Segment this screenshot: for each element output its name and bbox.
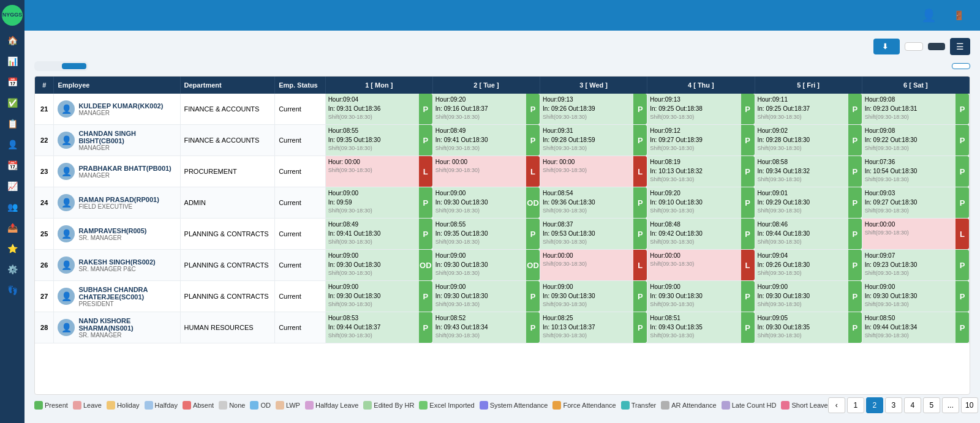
cell-day-6[interactable]: Hour:07:36 In: 10:54 Out:18:30 Shift(09:… [862,156,969,187]
cell-day-6[interactable]: Hour:09:07 In: 09:23 Out:18:30 Shift(09:… [862,250,969,281]
cell-employee[interactable]: 👤 KULDEEP KUMAR(KK002) MANAGER [54,94,180,125]
sidebar-icon-user[interactable]: 👤 [4,136,21,153]
cell-day-4[interactable]: Hour:08:51 In: 09:43 Out:18:35 Shift(09:… [647,312,755,343]
day-info: Hour:09:11 In: 09:25 Out:18:37 Shift(09:… [755,94,848,124]
col-day6: 6 [ Sat ] [862,77,969,94]
sidebar-icon-schedule[interactable]: 📆 [4,157,21,174]
cell-day-6[interactable]: Hour:09:00 In: 09:30 Out:18:30 Shift(09:… [862,281,969,312]
cell-day-5[interactable]: Hour:09:00 In: 09:30 Out:18:30 Shift(09:… [755,281,862,312]
day-hour: Hour:08:55 [328,126,417,135]
day-hour: Hour:08:50 [865,313,953,323]
tab-summary[interactable] [36,63,61,69]
sidebar-icon-team[interactable]: 👥 [4,198,21,215]
sidebar-icon-favorites[interactable]: ⭐ [4,240,21,257]
cell-day-5[interactable]: Hour:09:11 In: 09:25 Out:18:37 Shift(09:… [755,94,862,125]
cell-employee[interactable]: 👤 RAKESH SINGH(RS002) SR. MANAGER P&C [54,250,180,281]
cell-day-5[interactable]: Hour:09:05 In: 09:30 Out:18:35 Shift(09:… [755,312,862,343]
sidebar-icon-dashboard[interactable]: 📊 [4,53,21,70]
pagination-page-5[interactable]: 5 [923,397,940,413]
cell-day-3[interactable]: Hour:08:37 In: 09:53 Out:18:30 Shift(09:… [540,219,647,250]
pagination-page-10[interactable]: 10 [961,397,978,413]
cell-day-6[interactable]: Hour:09:03 In: 09:27 Out:18:30 Shift(09:… [862,187,969,219]
day-hour: Hour: 00:00 [328,157,417,167]
cell-day-3[interactable]: Hour:09:31 In: 09:28 Out:18:59 Shift(09:… [540,125,647,156]
cell-day-6[interactable]: Hour:09:08 In: 09:23 Out:18:31 Shift(09:… [862,94,969,125]
logout-button[interactable]: 🚪 [954,10,968,20]
cell-day-5[interactable]: Hour:09:04 In: 09:26 Out:18:30 Shift(09:… [755,250,862,281]
cell-employee[interactable]: 👤 RAMPRAVESH(R005) SR. MANAGER [54,219,180,250]
sidebar-icon-analytics[interactable]: 📈 [4,178,21,195]
cell-day-4[interactable]: Hour:08:48 In: 09:42 Out:18:30 Shift(09:… [647,219,755,250]
pagination-page-3[interactable]: 3 [885,397,902,413]
cell-day-2[interactable]: Hour:09:00 In: 09:30 Out:18:30 Shift(09:… [432,281,540,312]
cell-day-3[interactable]: Hour:09:13 In: 09:26 Out:18:39 Shift(09:… [540,94,647,125]
col-employee: Employee [54,77,180,94]
cell-day-2[interactable]: Hour: 00:00 Shift(09:30-18:30) L [432,156,540,187]
pagination-page-1[interactable]: 1 [847,397,864,413]
cell-day-3[interactable]: Hour:08:25 In: 10:13 Out:18:37 Shift(09:… [540,312,647,343]
cell-day-6[interactable]: Hour:08:50 In: 09:44 Out:18:34 Shift(09:… [862,312,969,343]
cell-day-2[interactable]: Hour:09:20 In: 09:16 Out:18:37 Shift(09:… [432,94,540,125]
cell-day-3[interactable]: Hour:00:00 Shift(09:30-18:30) L [540,250,647,281]
sidebar-icon-home[interactable]: 🏠 [4,32,21,49]
cell-day-4[interactable]: Hour:08:19 In: 10:13 Out:18:32 Shift(09:… [647,156,755,187]
legend-color [552,401,561,410]
cell-day-2[interactable]: Hour:08:52 In: 09:43 Out:18:34 Shift(09:… [432,312,540,343]
cell-day-3[interactable]: Hour:09:00 In: 09:30 Out:18:30 Shift(09:… [540,281,647,312]
cell-status: Current [275,219,325,250]
day-badge: P [848,125,862,155]
cell-day-6[interactable]: Hour:09:08 In: 09:22 Out:18:30 Shift(09:… [862,125,969,156]
cell-day-3[interactable]: Hour: 00:00 Shift(09:30-18:30) L [540,156,647,187]
day-shift: Shift(09:30-18:30) [328,238,417,247]
tab-detail[interactable] [62,63,86,69]
sidebar-icon-attendance[interactable]: ✅ [4,94,21,111]
cell-day-6[interactable]: Hour:00:00 Shift(09:30-18:30) L [862,219,969,250]
cell-day-3[interactable]: Hour:08:54 In: 09:36 Out:18:30 Shift(09:… [540,187,647,219]
cell-day-2[interactable]: Hour:08:49 In: 09:41 Out:18:30 Shift(09:… [432,125,540,156]
cell-employee[interactable]: 👤 NAND KISHORE SHARMA(NS001) SR. MANAGER [54,312,180,343]
cell-day-1[interactable]: Hour:09:00 In: 09:30 Out:18:30 Shift(09:… [325,281,432,312]
cell-day-2[interactable]: Hour:08:55 In: 09:35 Out:18:30 Shift(09:… [432,219,540,250]
cell-day-2[interactable]: Hour:09:00 In: 09:30 Out:18:30 Shift(09:… [432,187,540,219]
cell-day-4[interactable]: Hour:09:20 In: 09:10 Out:18:30 Shift(09:… [647,187,755,219]
cell-employee[interactable]: 👤 RAMAN PRASAD(RP001) FIELD EXECUTIVE [54,187,180,219]
cell-day-5[interactable]: Hour:09:01 In: 09:29 Out:18:30 Shift(09:… [755,187,862,219]
sidebar-icon-settings[interactable]: ⚙️ [4,261,21,278]
cell-day-1[interactable]: Hour:08:49 In: 09:41 Out:18:30 Shift(09:… [325,219,432,250]
cell-employee[interactable]: 👤 CHANDAN SINGH BISHT(CB001) MANAGER [54,125,180,156]
cell-day-4[interactable]: Hour:00:00 Shift(09:30-18:30) L [647,250,755,281]
cell-day-1[interactable]: Hour:09:04 In: 09:31 Out:18:36 Shift(09:… [325,94,432,125]
cell-day-4[interactable]: Hour:09:13 In: 09:25 Out:18:38 Shift(09:… [647,94,755,125]
cell-day-1[interactable]: Hour:09:00 In: 09:30 Out:18:30 Shift(09:… [325,250,432,281]
import-button[interactable] [905,42,923,51]
attendance-export-button[interactable]: ⬇ [873,39,900,54]
cell-day-5[interactable]: Hour:09:02 In: 09:28 Out:18:30 Shift(09:… [755,125,862,156]
cell-employee[interactable]: 👤 PRABHAKAR BHATT(PB001) MANAGER [54,156,180,187]
cell-employee[interactable]: 👤 SUBHASH CHANDRA CHATERJEE(SC001) PRESI… [54,281,180,312]
sidebar-icon-activity[interactable]: 👣 [4,282,21,299]
template-button[interactable] [928,43,945,50]
cell-day-5[interactable]: Hour:08:58 In: 09:34 Out:18:32 Shift(09:… [755,156,862,187]
cell-day-4[interactable]: Hour:09:12 In: 09:27 Out:18:39 Shift(09:… [647,125,755,156]
cell-day-4[interactable]: Hour:09:00 In: 09:30 Out:18:30 Shift(09:… [647,281,755,312]
date-filter[interactable] [952,63,970,69]
cell-day-1[interactable]: Hour:09:00 In: 09:59 Shift(09:30-18:30) … [325,187,432,219]
sidebar-icon-reports[interactable]: 📋 [4,115,21,132]
pagination-page-...[interactable]: ... [942,397,959,413]
cell-day-1[interactable]: Hour:08:55 In: 09:35 Out:18:30 Shift(09:… [325,125,432,156]
day-shift: Shift(09:30-18:30) [328,113,417,122]
user-menu[interactable]: 👤 [921,8,941,23]
sidebar-icon-export[interactable]: 📤 [4,219,21,236]
pagination-page-2[interactable]: 2 [866,397,883,413]
pagination-prev[interactable]: ‹ [828,397,845,413]
cell-day-1[interactable]: Hour: 00:00 Shift(09:30-18:30) L [325,156,432,187]
day-inout: In: 09:35 Out:18:30 [328,135,417,144]
menu-button[interactable]: ☰ [950,38,970,55]
cell-day-5[interactable]: Hour:08:46 In: 09:44 Out:18:30 Shift(09:… [755,219,862,250]
day-info: Hour:09:31 In: 09:28 Out:18:59 Shift(09:… [540,125,633,155]
cell-day-2[interactable]: Hour:09:00 In: 09:30 Out:18:30 Shift(09:… [432,250,540,281]
pagination-page-4[interactable]: 4 [904,397,921,413]
sidebar-icon-calendar[interactable]: 📅 [4,73,21,91]
day-inout: In: 10:54 Out:18:30 [865,167,953,176]
cell-day-1[interactable]: Hour:08:53 In: 09:44 Out:18:37 Shift(09:… [325,312,432,343]
